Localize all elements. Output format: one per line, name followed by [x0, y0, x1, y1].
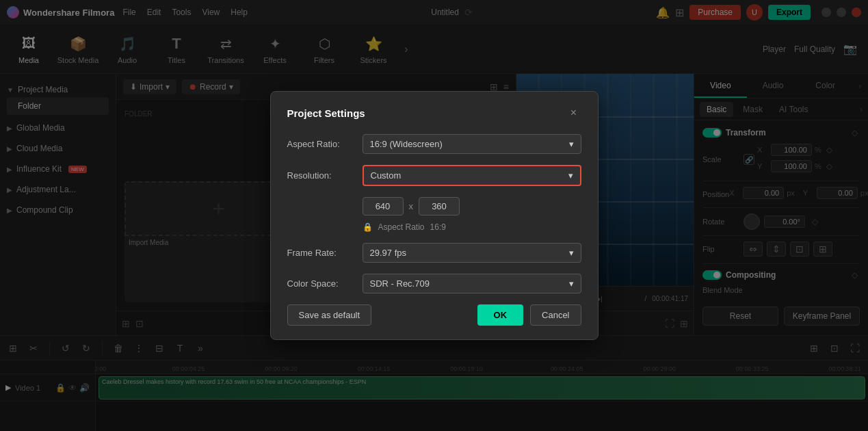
- dialog-header: Project Settings ×: [287, 105, 581, 120]
- aspect-ratio-select[interactable]: 16:9 (Widescreen) ▾: [363, 134, 581, 154]
- resolution-label: Resolution:: [287, 170, 363, 181]
- aspect-ratio-row: Aspect Ratio: 16:9 (Widescreen) ▾: [287, 134, 581, 154]
- lock-aspect-icon: 🔒: [363, 222, 373, 232]
- cancel-button[interactable]: Cancel: [530, 304, 581, 326]
- color-space-dropdown-arrow: ▾: [569, 278, 574, 289]
- color-space-row: Color Space: SDR - Rec.709 ▾: [287, 274, 581, 293]
- dialog-close-button[interactable]: ×: [566, 105, 581, 120]
- resolution-width-input[interactable]: [363, 197, 404, 216]
- dialog-title: Project Settings: [287, 107, 365, 119]
- color-space-select[interactable]: SDR - Rec.709 ▾: [363, 274, 581, 293]
- resolution-select[interactable]: Custom ▾: [363, 165, 581, 186]
- frame-rate-value: 29.97 fps: [370, 248, 407, 258]
- resolution-x-separator: x: [409, 201, 414, 211]
- frame-rate-label: Frame Rate:: [287, 248, 363, 258]
- resolution-inputs: x: [363, 197, 581, 216]
- frame-rate-row: Frame Rate: 29.97 fps ▾: [287, 243, 581, 263]
- resolution-dropdown-arrow: ▾: [568, 170, 573, 181]
- color-space-value: SDR - Rec.709: [370, 278, 430, 289]
- save-as-default-button[interactable]: Save as default: [287, 304, 372, 326]
- frame-rate-select[interactable]: 29.97 fps ▾: [363, 243, 581, 263]
- aspect-ratio-display-row: 🔒 Aspect Ratio 16:9: [363, 222, 581, 232]
- resolution-height-input[interactable]: [419, 197, 460, 216]
- aspect-ratio-display-value: 16:9: [430, 222, 446, 232]
- dialog-overlay: Project Settings × Aspect Ratio: 16:9 (W…: [0, 0, 868, 431]
- aspect-ratio-dropdown-arrow: ▾: [569, 139, 574, 149]
- aspect-ratio-label: Aspect Ratio:: [287, 139, 363, 149]
- ok-button[interactable]: OK: [477, 304, 524, 326]
- color-space-label: Color Space:: [287, 278, 363, 289]
- aspect-ratio-display-label: Aspect Ratio: [378, 222, 425, 232]
- aspect-ratio-value: 16:9 (Widescreen): [370, 139, 443, 149]
- resolution-value: Custom: [371, 170, 402, 181]
- dialog-footer: Save as default OK Cancel: [287, 304, 581, 326]
- resolution-row: Resolution: Custom ▾: [287, 165, 581, 186]
- frame-rate-dropdown-arrow: ▾: [569, 248, 574, 258]
- project-settings-dialog: Project Settings × Aspect Ratio: 16:9 (W…: [270, 91, 599, 340]
